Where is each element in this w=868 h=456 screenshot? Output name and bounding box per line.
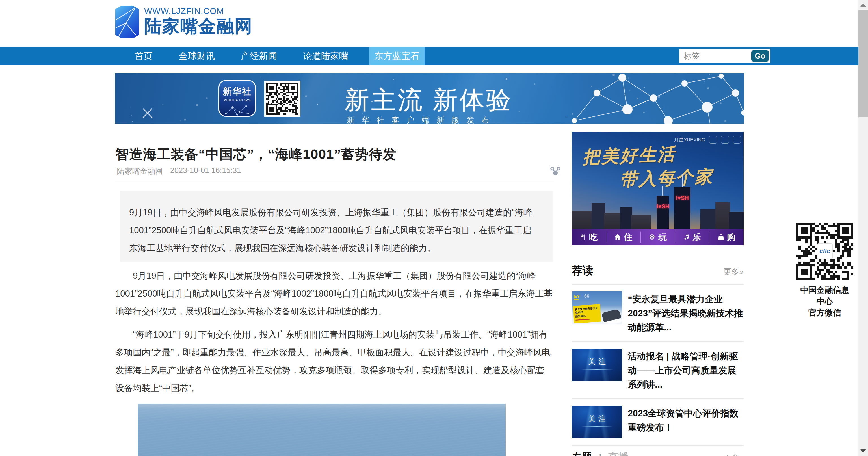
ad-brand-row: 月星YUEXING: [674, 136, 741, 144]
search-input[interactable]: [679, 52, 751, 61]
ad-logo-icon: [721, 136, 729, 144]
ferris-wheel-icon: [649, 234, 655, 241]
topics-tabs: 专题 | 直播 更多»: [572, 450, 744, 456]
qr-caption-line2: 官方微信: [796, 307, 853, 318]
wechat-qr-widget: cfic 中国金融信息中心 官方微信: [796, 223, 853, 318]
qr-caption-line1: 中国金融信息中心: [796, 284, 853, 307]
ad-item-eat: 吃: [572, 232, 606, 243]
guanzhu-label: 关注: [585, 357, 609, 367]
site-header: WWW.LJZFIN.COM 陆家嘴金融网: [0, 0, 868, 47]
music-note-icon: [683, 234, 690, 241]
scrollbar-down-arrow[interactable]: [858, 446, 868, 456]
ad-item-music: 乐: [675, 232, 709, 243]
ad-category-bar: 吃 住 玩 乐 购: [572, 229, 744, 245]
nav-item-global-finance[interactable]: 全球财讯: [174, 47, 220, 65]
nav-item-lujiazui-forum[interactable]: 论道陆家嘴: [298, 47, 353, 65]
meta-divider: [115, 181, 554, 182]
article-source: 陆家嘴金融网: [117, 166, 163, 176]
article-title: 智造海工装备“中国芯”，“海峰1001”蓄势待发: [115, 145, 556, 163]
ad-brand-text: 月星YUEXING: [674, 136, 705, 143]
tab-separator: |: [599, 452, 601, 456]
ad-item-shop: 购: [709, 232, 744, 243]
recommend-title: 荐读: [572, 264, 593, 278]
xinhua-banner-ad[interactable]: 新华社 XINHUA NEWS 新主流 新体验 新华社客户端新版发布: [115, 73, 744, 124]
article-datetime: 2023-10-01 16:15:31: [170, 166, 241, 176]
banner-qr-code: [264, 81, 301, 117]
recommend-more-link[interactable]: 更多»: [723, 266, 744, 277]
banner-network-decoration: [563, 73, 744, 124]
tag-search-box: Go: [679, 49, 770, 63]
fork-icon: [580, 234, 586, 241]
shopping-bag-icon: [718, 234, 724, 241]
scrollbar-up-arrow[interactable]: [858, 0, 868, 10]
site-name: 陆家嘴金融网: [144, 16, 253, 37]
nav-item-eastern-sapphire[interactable]: 东方蓝宝石: [369, 47, 425, 65]
share-icon[interactable]: [549, 165, 562, 178]
article-ocean-photo: [138, 404, 506, 456]
sidebar-city-ad[interactable]: 月星YUEXING 把美好生活 带入每个家 I♥SH I♥SH 吃 住: [572, 132, 744, 245]
tab-live[interactable]: 直播: [608, 450, 628, 456]
banner-subheadline: 新华社客户端新版发布: [347, 115, 497, 124]
banner-headline: 新主流 新体验: [345, 83, 513, 117]
ey-award-panel: 安永复旦最具潜力企业2023 颁奖典礼: [573, 304, 601, 324]
logo-gem-icon: [115, 6, 139, 38]
article-summary-box: 9月19日，由中交海峰风电发展股份有限公司研发投资、上海振华重工（集团）股份有限…: [120, 191, 553, 262]
article-paragraph: “海峰1001”于9月下旬交付使用，投入广东明阳阳江青州四期海上风电场的安装与吊…: [115, 326, 553, 397]
ad-item-stay: 住: [606, 232, 641, 243]
article-body: 9月19日，由中交海峰风电发展股份有限公司研发投资、上海振华重工（集团）股份有限…: [115, 267, 553, 402]
news-item-index[interactable]: 关注 2023全球资管中心评价指数重磅发布！: [572, 399, 744, 446]
article-paragraph: 9月19日，由中交海峰风电发展股份有限公司研发投资、上海振华重工（集团）股份有限…: [115, 267, 553, 320]
ad-tower-left: I♥SH: [657, 195, 669, 229]
article-meta: 陆家嘴金融网 2023-10-01 16:15:31: [117, 166, 241, 176]
news-thumbnail[interactable]: EY 66 安永复旦最具潜力企业2023 颁奖典礼: [572, 292, 622, 324]
news-title[interactable]: 2023全球资管中心评价指数重磅发布！: [628, 406, 744, 438]
nav-item-home[interactable]: 首页: [129, 47, 158, 65]
guanzhu-label: 关注: [585, 414, 609, 424]
news-title[interactable]: “安永复旦最具潜力企业2023”评选结果揭晓新技术推动能源革...: [628, 292, 744, 334]
search-go-button[interactable]: Go: [751, 50, 769, 62]
news-thumbnail[interactable]: 关注: [572, 406, 622, 438]
site-logo[interactable]: WWW.LJZFIN.COM 陆家嘴金融网: [115, 6, 253, 38]
xinhua-app-subtitle: XINHUA NEWS: [219, 98, 255, 102]
recommend-section: 荐读 更多» EY 66 安永复旦最具潜力企业2023 颁奖典礼 “安永复旦最具…: [572, 264, 744, 456]
ad-slogan-line1: 把美好生活: [582, 142, 676, 169]
sparkle-icon: [141, 107, 154, 120]
news-thumbnail[interactable]: 关注: [572, 348, 622, 382]
ad-city-skyline: I♥SH I♥SH: [572, 184, 744, 229]
house-icon: [614, 234, 621, 241]
ad-item-play: 玩: [641, 232, 675, 243]
news-title[interactable]: 活动报名 | 战略管理·创新驱动——上市公司高质量发展系列讲...: [628, 349, 744, 392]
xinhua-app-name: 新华社: [219, 85, 255, 98]
tab-topics[interactable]: 专题: [572, 450, 592, 456]
ad-logo-icon: [709, 136, 717, 144]
news-item-ey[interactable]: EY 66 安永复旦最具潜力企业2023 颁奖典礼 “安永复旦最具潜力企业202…: [572, 285, 744, 342]
scrollbar-thumb[interactable]: [858, 10, 868, 117]
cfic-logo: cfic: [817, 243, 833, 259]
site-url: WWW.LJZFIN.COM: [144, 6, 253, 16]
ey-logo: EY: [574, 294, 580, 300]
xinhua-app-icon: 新华社 XINHUA NEWS: [218, 80, 256, 117]
ey-anniversary: 66: [584, 294, 589, 299]
news-item-activity[interactable]: 关注 活动报名 | 战略管理·创新驱动——上市公司高质量发展系列讲...: [572, 342, 744, 399]
nav-item-industry-news[interactable]: 产经新闻: [236, 47, 282, 65]
ad-tower-right: I♥SH: [674, 187, 690, 229]
topics-more-link[interactable]: 更多»: [723, 453, 744, 456]
ad-logo-icon: [733, 136, 741, 144]
scrollbar[interactable]: [858, 0, 868, 456]
